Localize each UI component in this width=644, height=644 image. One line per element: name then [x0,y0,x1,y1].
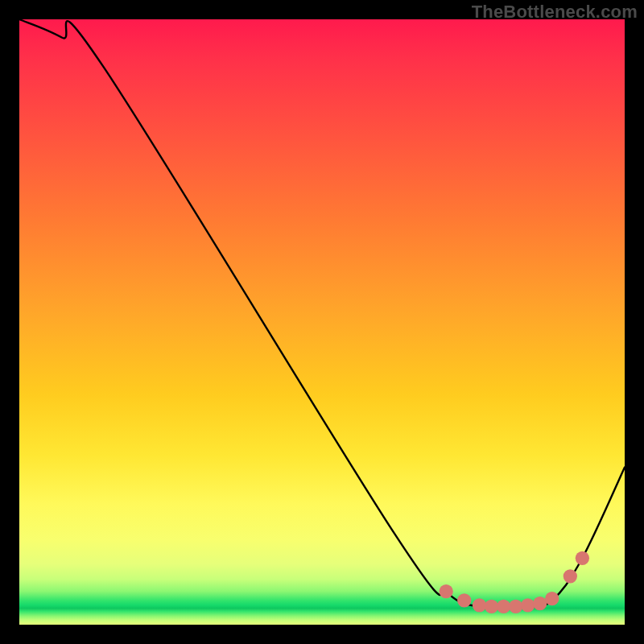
marker-dot [564,569,577,583]
bottleneck-curve-line [19,19,625,608]
curve-layer [19,19,625,625]
chart-frame: TheBottleneck.com [0,0,644,644]
marker-dot [533,597,547,610]
marker-dot [497,600,510,613]
marker-dot [576,551,589,565]
marker-dot [440,584,453,598]
plot-area [19,19,625,625]
marker-dot [473,598,486,612]
marker-dot [485,600,498,613]
marker-dot [509,600,522,613]
marker-dot [545,592,559,605]
marker-dot [457,593,471,607]
marker-dot [521,598,535,612]
